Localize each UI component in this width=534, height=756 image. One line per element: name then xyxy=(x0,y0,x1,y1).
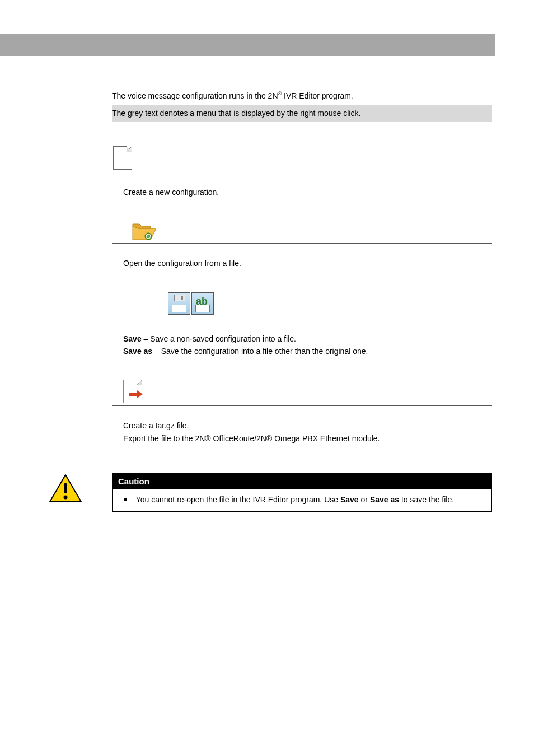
intro-line-1: The voice message configuration runs in … xyxy=(112,90,492,102)
caution-text-post: to save the file. xyxy=(399,495,454,504)
intro-text-post: IVR Editor program. xyxy=(282,91,353,100)
caution-item: You cannot re-open the file in the IVR E… xyxy=(136,494,484,506)
new-file-icon xyxy=(112,146,132,170)
caution-body: You cannot re-open the file in the IVR E… xyxy=(113,489,491,511)
save-desc: Save – Save a non-saved configuration in… xyxy=(123,333,492,358)
export-line2: Export the file to the 2N® OfficeRoute/2… xyxy=(123,434,380,443)
save-as-icon: ab xyxy=(191,292,214,315)
section-open xyxy=(112,221,492,244)
caution-title: Caution xyxy=(113,473,491,489)
intro-text-pre: The voice message configuration runs in … xyxy=(112,91,278,100)
warning-icon xyxy=(49,474,82,506)
section-new xyxy=(112,146,492,172)
save-icon xyxy=(168,292,190,315)
caution-box: Caution You cannot re-open the file in t… xyxy=(112,473,492,512)
section-export xyxy=(112,380,492,406)
svg-rect-1 xyxy=(64,483,67,493)
caution-text-mid: or xyxy=(359,495,370,504)
caution-saveas: Save as xyxy=(370,495,399,504)
header-gap xyxy=(495,34,534,56)
export-icon xyxy=(112,380,142,403)
save-icons-group: ab xyxy=(168,292,214,315)
saveas-label: Save as xyxy=(123,347,152,356)
caution-text-pre: You cannot re-open the file in the IVR E… xyxy=(136,495,340,504)
section-save: ab xyxy=(112,292,492,319)
open-folder-icon xyxy=(132,221,154,241)
open-desc: Open the configuration from a file. xyxy=(123,257,492,269)
export-line1: Create a tar.gz file. xyxy=(123,421,189,430)
saveas-text: – Save the configuration into a file oth… xyxy=(152,347,368,356)
svg-point-2 xyxy=(64,496,68,500)
save-text: – Save a non-saved configuration into a … xyxy=(142,334,296,343)
page-content: The voice message configuration runs in … xyxy=(0,56,534,534)
intro-line-2: The grey text denotes a menu that is dis… xyxy=(112,105,492,121)
new-desc: Create a new configuration. xyxy=(123,186,492,198)
caution-section: Caution You cannot re-open the file in t… xyxy=(49,473,492,512)
header-bar xyxy=(0,34,534,56)
export-desc: Create a tar.gz file. Export the file to… xyxy=(123,419,492,445)
save-label: Save xyxy=(123,334,142,343)
caution-save: Save xyxy=(340,495,359,504)
